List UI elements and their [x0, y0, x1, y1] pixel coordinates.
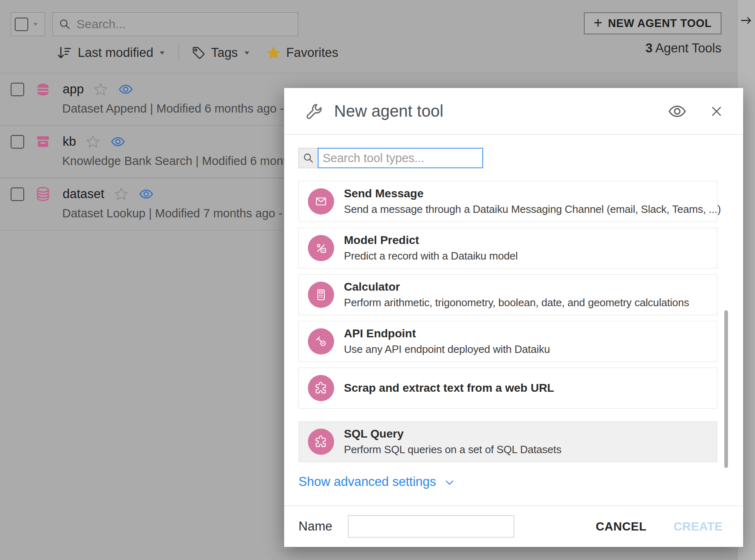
tool-type-description: Send a message through a Dataiku Messagi…	[344, 203, 708, 216]
select-all-checkbox[interactable]	[15, 18, 28, 31]
divider	[179, 45, 179, 61]
tool-name[interactable]: dataset	[63, 187, 104, 201]
favorite-star-icon[interactable]	[94, 82, 108, 96]
dataset-icon	[34, 185, 52, 203]
cancel-button[interactable]: CANCEL	[596, 520, 646, 533]
chevron-down-icon[interactable]	[158, 49, 166, 57]
tool-type-badge	[308, 188, 334, 215]
tool-type-option[interactable]: Scrap and extract text from a web URL	[298, 368, 717, 409]
tags-dropdown[interactable]: Tags	[211, 45, 237, 60]
modal-scrollbar-thumb[interactable]	[724, 310, 728, 468]
search-icon-box	[298, 148, 318, 168]
close-icon[interactable]	[710, 104, 723, 118]
model-predict-icon	[314, 241, 328, 255]
collapse-panel-arrow-icon[interactable]	[737, 14, 755, 27]
list-search-placeholder: Search...	[77, 17, 126, 31]
knowledge-bank-icon	[34, 133, 52, 151]
plugin-puzzle-icon	[314, 381, 328, 395]
app-icon	[34, 80, 52, 98]
new-agent-tool-button[interactable]: + NEW AGENT TOOL	[584, 12, 721, 34]
sort-icon[interactable]	[57, 45, 72, 61]
tool-type-title: Scrap and extract text from a web URL	[344, 382, 554, 395]
name-label: Name	[298, 519, 332, 534]
favorites-star-icon[interactable]	[266, 45, 281, 61]
tool-type-badge	[308, 328, 334, 355]
tool-type-title: API Endpoint	[344, 327, 550, 340]
tool-type-option[interactable]: API Endpoint Use any API endpoint deploy…	[298, 321, 717, 362]
modal-header: New agent tool	[284, 88, 743, 135]
tool-type-badge	[308, 429, 334, 455]
tool-type-badge	[308, 375, 334, 401]
name-input[interactable]	[348, 515, 514, 537]
tool-type-title: Calculator	[344, 280, 689, 294]
chevron-down-icon	[444, 477, 455, 488]
favorites-filter[interactable]: Favorites	[286, 45, 338, 60]
favorite-star-icon[interactable]	[86, 135, 100, 149]
row-checkbox[interactable]	[11, 187, 24, 201]
filter-row: Last modified Tags Favorites	[57, 43, 338, 62]
tag-icon[interactable]	[191, 45, 206, 60]
chevron-down-icon[interactable]	[32, 20, 39, 28]
tool-type-badge	[308, 235, 334, 261]
row-checkbox[interactable]	[11, 83, 24, 96]
preview-eye-icon[interactable]	[668, 102, 687, 121]
search-icon	[59, 18, 71, 30]
favorite-star-icon[interactable]	[114, 187, 128, 201]
plus-icon: +	[594, 16, 602, 30]
tool-name[interactable]: kb	[63, 134, 76, 149]
watch-eye-icon[interactable]	[118, 82, 133, 97]
show-advanced-settings-link[interactable]: Show advanced settings	[298, 474, 455, 489]
watch-eye-icon[interactable]	[111, 134, 125, 149]
envelope-icon	[314, 194, 328, 208]
tool-type-title: Send Message	[344, 187, 708, 200]
tool-type-search-input[interactable]	[318, 148, 483, 168]
row-checkbox[interactable]	[11, 135, 24, 149]
tool-type-option[interactable]: Send Message Send a message through a Da…	[298, 181, 717, 222]
tool-type-description: Perform arithmetic, trigonometry, boolea…	[344, 296, 689, 309]
tool-type-description: Predict a record with a Dataiku model	[344, 250, 518, 262]
tool-type-search	[298, 148, 483, 168]
select-all-control[interactable]	[11, 12, 45, 36]
agent-tools-count: 3 Agent Tools	[645, 41, 721, 56]
search-icon	[303, 152, 314, 164]
watch-eye-icon[interactable]	[139, 187, 154, 201]
create-button-disabled[interactable]: CREATE	[674, 520, 723, 533]
tool-type-option[interactable]: Calculator Perform arithmetic, trigonome…	[298, 274, 717, 315]
tool-type-option[interactable]: SQL Query Perform SQL queries on a set o…	[298, 421, 717, 462]
modal-footer: Name CANCEL CREATE	[284, 506, 743, 547]
tool-type-description: Use any API endpoint deployed with Datai…	[344, 343, 550, 356]
tool-type-option[interactable]: Model Predict Predict a record with a Da…	[298, 228, 717, 269]
plugin-puzzle-icon	[314, 435, 328, 449]
tool-type-badge	[308, 282, 334, 308]
tool-type-title: SQL Query	[344, 427, 561, 440]
sort-dropdown[interactable]: Last modified	[78, 45, 153, 60]
list-search-box[interactable]: Search...	[52, 12, 298, 36]
wrench-icon	[305, 102, 323, 121]
modal-title: New agent tool	[334, 102, 443, 120]
tool-type-description: Perform SQL queries on a set of SQL Data…	[344, 443, 561, 456]
new-agent-tool-modal: New agent tool Send Message Send a messa…	[284, 88, 743, 547]
tool-name[interactable]: app	[63, 82, 84, 97]
api-endpoint-icon	[314, 334, 328, 348]
chevron-down-icon[interactable]	[243, 49, 251, 57]
tool-type-title: Model Predict	[344, 234, 518, 247]
calculator-icon	[314, 288, 328, 302]
